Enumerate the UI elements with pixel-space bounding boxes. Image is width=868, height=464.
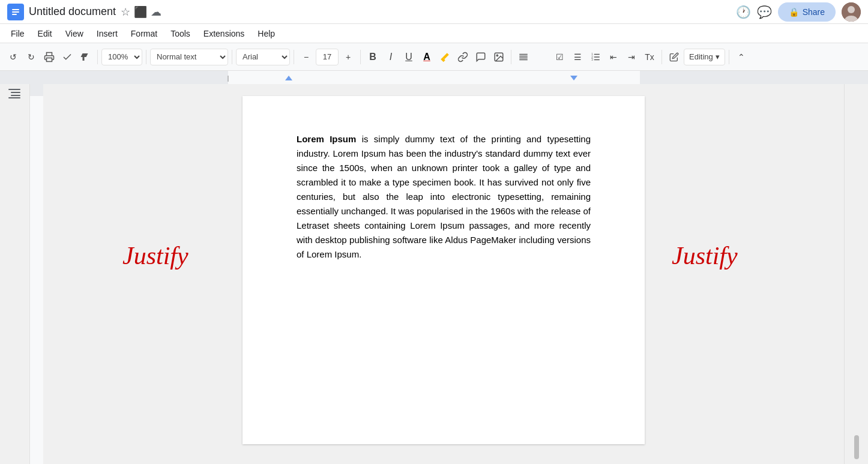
menu-file[interactable]: File: [5, 26, 31, 41]
paint-format-button[interactable]: [77, 49, 94, 65]
folder-icon[interactable]: ⬛: [134, 5, 147, 19]
font-selector[interactable]: Arial Times New Roman Courier New: [236, 49, 290, 65]
editing-mode-selector[interactable]: Editing ▾: [684, 49, 725, 65]
svg-rect-30: [8, 97, 20, 98]
bullet-list-button[interactable]: ☰: [569, 49, 586, 65]
indent-more-button[interactable]: ⇥: [623, 49, 640, 65]
italic-button[interactable]: I: [382, 49, 399, 65]
divider-6: [511, 50, 511, 64]
menu-help[interactable]: Help: [252, 26, 281, 41]
document-page: Justify Justify Lorem Ipsum is simply du…: [243, 96, 645, 444]
svg-rect-3: [12, 14, 17, 15]
svg-text:Justify: Justify: [122, 242, 188, 270]
menu-insert[interactable]: Insert: [91, 26, 124, 41]
editing-mode-label: Editing: [689, 52, 713, 61]
menu-bar: File Edit View Insert Format Tools Exten…: [0, 24, 868, 43]
expand-button[interactable]: ⌃: [733, 49, 750, 65]
edit-icon-button[interactable]: [666, 49, 683, 65]
title-bar: Untitled document ☆ ⬛ ☁ 🕐 💬 🔒 Share: [0, 0, 868, 24]
link-button[interactable]: [454, 49, 471, 65]
cloud-icon[interactable]: ☁: [151, 5, 161, 19]
image-button[interactable]: [490, 49, 507, 65]
svg-rect-13: [519, 59, 528, 60]
menu-tools[interactable]: Tools: [164, 26, 196, 41]
title-right-actions: 🕐 💬 🔒 Share: [736, 2, 861, 22]
google-docs-icon: [7, 4, 24, 20]
star-icon[interactable]: ☆: [121, 5, 130, 19]
print-button[interactable]: [41, 49, 58, 65]
divider-1: [97, 50, 98, 64]
svg-point-5: [848, 6, 855, 13]
left-sidebar: [0, 84, 30, 464]
svg-rect-29: [11, 95, 20, 96]
outline-icon[interactable]: [8, 89, 20, 101]
checklist-button[interactable]: ☑: [551, 49, 568, 65]
ruler: [0, 71, 868, 84]
share-button[interactable]: 🔒 Share: [778, 2, 836, 22]
avatar[interactable]: [842, 2, 861, 22]
svg-rect-21: [0, 71, 228, 84]
svg-rect-27: [8, 89, 20, 90]
increase-font-button[interactable]: +: [340, 49, 357, 65]
divider-3: [232, 50, 232, 64]
menu-format[interactable]: Format: [125, 26, 163, 41]
svg-rect-23: [640, 71, 868, 84]
line-spacing-button[interactable]: [533, 49, 550, 65]
indent-less-button[interactable]: ⇤: [605, 49, 622, 65]
lock-icon: 🔒: [789, 7, 799, 17]
divider-8: [729, 50, 729, 64]
history-icon[interactable]: 🕐: [736, 5, 751, 19]
decrease-font-button[interactable]: −: [298, 49, 315, 65]
zoom-selector[interactable]: 100% 75% 125% 150%: [101, 49, 142, 65]
divider-5: [360, 50, 361, 64]
highlight-button[interactable]: [436, 49, 453, 65]
main-layout: Justify Justify Lorem Ipsum is simply du…: [0, 84, 868, 464]
svg-rect-33: [30, 96, 43, 456]
svg-rect-28: [11, 92, 20, 93]
bold-button[interactable]: B: [364, 49, 381, 65]
clear-formatting-button[interactable]: Tx: [641, 49, 658, 65]
menu-edit[interactable]: Edit: [32, 26, 58, 41]
svg-text:Justify: Justify: [672, 242, 738, 270]
spellcheck-button[interactable]: [59, 49, 76, 65]
underline-button[interactable]: U: [400, 49, 417, 65]
menu-extensions[interactable]: Extensions: [197, 26, 250, 41]
title-icons: ☆ ⬛ ☁: [121, 5, 161, 19]
document-text[interactable]: Lorem Ipsum is simply dummy text of the …: [297, 132, 591, 262]
svg-text:3: 3: [591, 58, 593, 61]
toolbar: ↺ ↻ 100% 75% 125% 150% Normal text Headi…: [0, 43, 868, 71]
annotation-left: Justify: [116, 228, 212, 279]
style-selector[interactable]: Normal text Heading 1 Heading 2 Heading …: [150, 49, 228, 65]
svg-rect-12: [519, 57, 528, 58]
svg-rect-1: [12, 9, 19, 10]
svg-rect-11: [519, 55, 528, 56]
body-text: is simply dummy text of the printing and…: [297, 134, 591, 259]
chevron-down-icon: ▾: [716, 52, 720, 61]
svg-rect-10: [519, 53, 528, 55]
menu-view[interactable]: View: [59, 26, 89, 41]
scrollbar-thumb[interactable]: [854, 435, 859, 459]
chat-icon[interactable]: 💬: [757, 5, 772, 19]
text-color-button[interactable]: A: [418, 49, 435, 65]
svg-rect-2: [12, 11, 19, 13]
divider-4: [294, 50, 294, 64]
document-title[interactable]: Untitled document: [29, 5, 116, 18]
vertical-ruler: [30, 84, 43, 464]
redo-button[interactable]: ↻: [23, 49, 40, 65]
font-size-input[interactable]: [316, 49, 339, 65]
svg-rect-32: [30, 84, 43, 96]
numbered-list-button[interactable]: 1 2 3: [587, 49, 604, 65]
comment-button[interactable]: [472, 49, 489, 65]
divider-2: [146, 50, 146, 64]
bold-text: Lorem Ipsum: [297, 134, 356, 144]
document-area[interactable]: Justify Justify Lorem Ipsum is simply du…: [43, 84, 844, 464]
divider-7: [662, 50, 662, 64]
svg-point-9: [496, 55, 498, 56]
svg-rect-7: [47, 58, 52, 61]
share-label: Share: [803, 7, 825, 17]
undo-button[interactable]: ↺: [5, 49, 22, 65]
annotation-right: Justify: [669, 228, 777, 279]
right-sidebar: [844, 84, 868, 464]
align-button[interactable]: [515, 49, 532, 65]
